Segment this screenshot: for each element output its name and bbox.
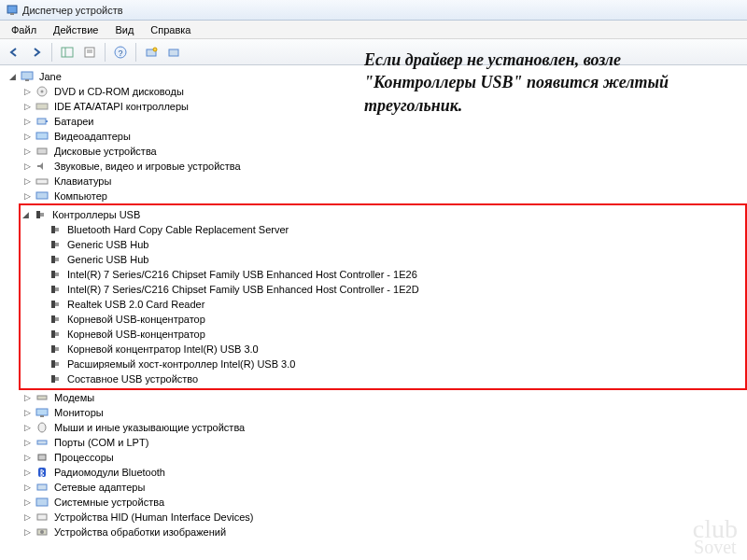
svg-rect-33 <box>55 273 59 276</box>
tree-item-sound[interactable]: ▷Звуковые, видео и игровые устройства <box>22 159 747 174</box>
expand-icon[interactable]: ▷ <box>22 468 33 478</box>
tree-item-disk[interactable]: ▷Дисковые устройства <box>22 144 747 159</box>
svg-rect-16 <box>36 104 48 109</box>
properties-button[interactable] <box>79 42 100 63</box>
tree-item-usb-device[interactable]: Realtek USB 2.0 Card Reader <box>35 297 743 312</box>
svg-rect-30 <box>51 256 55 263</box>
tree-item-cpu[interactable]: ▷Процессоры <box>22 450 747 465</box>
svg-point-59 <box>40 530 44 534</box>
tree-item-usb-device[interactable]: Расширяемый хост-контроллер Intel(R) USB… <box>35 357 743 371</box>
svg-rect-40 <box>51 330 55 338</box>
svg-rect-18 <box>46 120 48 122</box>
svg-rect-37 <box>55 302 59 306</box>
tree-item-keyboard[interactable]: ▷Клавиатуры <box>22 174 747 189</box>
expand-icon[interactable]: ▷ <box>22 132 33 142</box>
expand-icon[interactable]: ▷ <box>22 527 33 538</box>
menu-action[interactable]: Действие <box>46 22 106 37</box>
ide-icon <box>35 100 49 113</box>
app-icon <box>6 4 19 17</box>
expand-icon[interactable]: ▷ <box>22 453 33 463</box>
tree-label: Bluetooth Hard Copy Cable Replacement Se… <box>65 224 290 235</box>
tree-label: Расширяемый хост-контроллер Intel(R) USB… <box>65 358 297 370</box>
tree-item-system[interactable]: ▷Системные устройства <box>22 495 747 510</box>
expand-icon[interactable]: ▷ <box>22 423 33 433</box>
modem-icon <box>35 391 49 404</box>
svg-rect-32 <box>51 271 55 278</box>
expand-icon[interactable]: ▷ <box>22 87 33 97</box>
tree-label: Компьютер <box>52 190 109 202</box>
svg-rect-1 <box>10 13 14 15</box>
svg-rect-27 <box>55 228 59 231</box>
tree-item-network[interactable]: ▷Сетевые адаптеры <box>22 480 747 495</box>
tree-item-usb-device[interactable]: Generic USB Hub <box>35 252 743 267</box>
svg-point-15 <box>41 91 44 93</box>
tree-item-imaging[interactable]: ▷Устройства обработки изображений <box>22 525 747 539</box>
svg-rect-25 <box>40 213 44 217</box>
tree-item-usb-device[interactable]: Корневой концентратор Intel(R) USB 3.0 <box>35 342 743 357</box>
toolbar-separator <box>105 43 106 62</box>
svg-rect-17 <box>37 119 46 124</box>
svg-rect-0 <box>7 6 17 13</box>
svg-rect-47 <box>55 377 59 381</box>
computer-icon <box>20 70 35 83</box>
toolbar-extra-button[interactable] <box>163 42 184 63</box>
show-hide-tree-button[interactable] <box>57 42 78 63</box>
tree-label: Мониторы <box>52 407 106 418</box>
collapse-icon[interactable]: ◢ <box>21 210 31 220</box>
expand-icon[interactable]: ▷ <box>22 117 33 127</box>
tree-label: IDE ATA/ATAPI контроллеры <box>52 101 190 112</box>
tree-item-usb-device[interactable]: Корневой USB-концентратор <box>35 312 743 327</box>
svg-rect-42 <box>51 345 55 353</box>
tree-label: Устройства обработки изображений <box>52 526 228 538</box>
tree-label: Клавиатуры <box>52 175 113 187</box>
expand-icon[interactable]: ▷ <box>22 438 33 448</box>
svg-marker-21 <box>37 162 43 170</box>
expand-icon[interactable]: ▷ <box>22 483 33 493</box>
tree-label: Устройства HID (Human Interface Devices) <box>52 511 255 523</box>
svg-rect-36 <box>51 301 55 308</box>
expand-icon[interactable]: ▷ <box>22 512 33 523</box>
tree-content[interactable]: ◢ Jane ▷DVD и CD-ROM дисководы ▷IDE ATA/… <box>0 65 747 560</box>
tree-item-modems[interactable]: ▷Модемы <box>22 390 747 405</box>
help-button[interactable]: ? <box>110 42 131 63</box>
tree-item-usb-device[interactable]: Generic USB Hub <box>35 237 743 252</box>
svg-rect-11 <box>169 49 178 56</box>
expand-icon[interactable]: ▷ <box>22 176 33 187</box>
usb-device-icon <box>48 283 63 296</box>
tree-item-usb-device[interactable]: Составное USB устройство <box>35 371 743 386</box>
expand-icon[interactable]: ▷ <box>22 393 33 403</box>
svg-rect-12 <box>21 72 33 79</box>
tree-item-usb-device[interactable]: Bluetooth Hard Copy Cable Replacement Se… <box>35 222 743 237</box>
forward-button[interactable] <box>26 42 47 63</box>
tree-item-hid[interactable]: ▷Устройства HID (Human Interface Devices… <box>22 510 747 525</box>
menu-view[interactable]: Вид <box>107 22 141 37</box>
scan-hardware-button[interactable] <box>141 42 162 63</box>
expand-icon[interactable]: ▷ <box>22 161 33 172</box>
tree-item-usb-device[interactable]: Корневой USB-концентратор <box>35 327 743 342</box>
expand-icon[interactable]: ▷ <box>22 191 33 202</box>
collapse-icon[interactable]: ◢ <box>7 72 18 82</box>
tree-label: Корневой концентратор Intel(R) USB 3.0 <box>65 343 261 355</box>
tree-item-usb-device[interactable]: Intel(R) 7 Series/C216 Chipset Family US… <box>35 282 743 297</box>
tree-item-bluetooth[interactable]: ▷Радиомодули Bluetooth <box>22 465 747 480</box>
tree-item-usb-controllers[interactable]: ◢Контроллеры USB <box>21 207 743 222</box>
usb-device-icon <box>48 298 63 311</box>
title-bar: Диспетчер устройств <box>0 0 747 21</box>
tree-item-video[interactable]: ▷Видеоадаптеры <box>22 129 747 144</box>
expand-icon[interactable]: ▷ <box>22 147 33 157</box>
tree-item-computer[interactable]: ▷Компьютер <box>22 189 747 203</box>
tree-item-monitors[interactable]: ▷Мониторы <box>22 405 747 420</box>
tree-item-ports[interactable]: ▷Порты (COM и LPT) <box>22 435 747 450</box>
expand-icon[interactable]: ▷ <box>22 408 33 418</box>
tree-label: Радиомодули Bluetooth <box>52 467 167 478</box>
back-button[interactable] <box>4 42 24 63</box>
tree-item-usb-device[interactable]: Intel(R) 7 Series/C216 Chipset Family US… <box>35 267 743 282</box>
tree-label: Звуковые, видео и игровые устройства <box>52 161 243 172</box>
tree-item-mice[interactable]: ▷Мыши и иные указывающие устройства <box>22 420 747 435</box>
menu-help[interactable]: Справка <box>143 22 198 37</box>
expand-icon[interactable]: ▷ <box>22 497 33 508</box>
expand-icon[interactable]: ▷ <box>22 102 33 112</box>
tree-label: Процессоры <box>52 452 116 463</box>
menu-file[interactable]: Файл <box>4 22 44 37</box>
tree-label: Сетевые адаптеры <box>52 482 147 493</box>
